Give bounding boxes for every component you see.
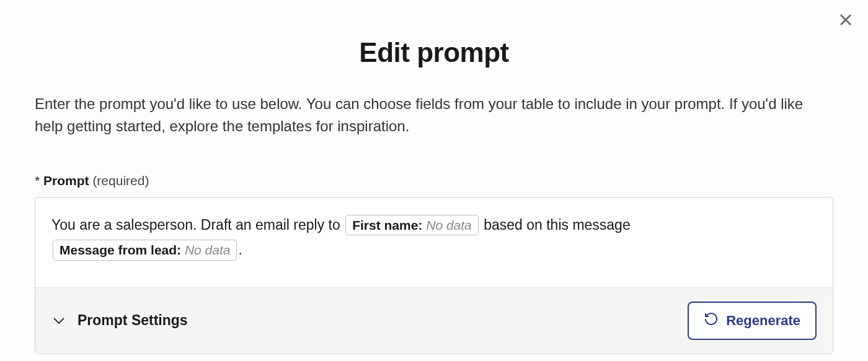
chip-label: Message from lead: — [60, 243, 185, 257]
required-text: (required) — [92, 173, 149, 188]
required-asterisk: * — [35, 173, 40, 188]
chip-label: First name: — [352, 218, 426, 232]
chevron-down-icon — [51, 313, 66, 328]
regenerate-label: Regenerate — [726, 313, 800, 329]
field-chip-first-name[interactable]: First name: No data — [345, 215, 479, 235]
prompt-label-row: * Prompt (required) — [35, 173, 833, 188]
prompt-text-1: You are a salesperson. Draft an email re… — [51, 217, 344, 233]
chip-value: No data — [426, 218, 472, 232]
refresh-icon — [704, 311, 719, 330]
close-icon — [838, 12, 853, 30]
prompt-text-3: . — [238, 241, 242, 258]
prompt-settings-toggle[interactable]: Prompt Settings — [51, 312, 188, 329]
settings-bar: Prompt Settings Regenerate — [35, 287, 833, 354]
prompt-box: You are a salesperson. Draft an email re… — [35, 197, 833, 354]
modal-container: Edit prompt Enter the prompt you'd like … — [0, 0, 868, 354]
prompt-text-2: based on this message — [480, 217, 631, 233]
close-button[interactable] — [837, 12, 854, 30]
prompt-editor[interactable]: You are a salesperson. Draft an email re… — [35, 198, 833, 287]
field-chip-message-from-lead[interactable]: Message from lead: No data — [53, 240, 237, 260]
chip-value: No data — [185, 243, 231, 257]
settings-label: Prompt Settings — [78, 312, 188, 329]
modal-description: Enter the prompt you'd like to use below… — [35, 93, 833, 137]
prompt-label: Prompt — [43, 173, 89, 188]
regenerate-button[interactable]: Regenerate — [688, 302, 817, 340]
modal-title: Edit prompt — [35, 37, 833, 68]
